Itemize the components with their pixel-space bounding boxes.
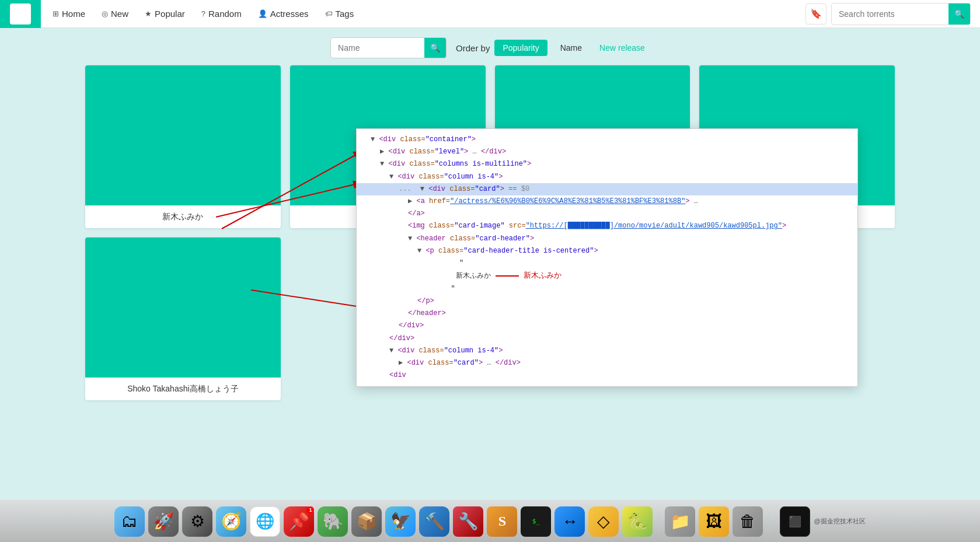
devtools-line-13: " [357,283,857,295]
devtools-line-16: </div> [357,320,857,332]
devtools-line-20: <div [357,369,857,382]
devtools-line-12: 新木ふみか 新木ふみか [357,270,857,283]
dock-weibo-area: ⬛ @掘金挖技术社区 [780,506,865,537]
main-content: 新木ふみか Yua Mikami三上悠亜 益坂美亜 Shoko Takahash… [0,65,980,410]
nav-actresses-label: Actresses [270,9,309,19]
devtools-line-7: </a> [357,208,857,220]
actress-card-1[interactable]: 新木ふみか [85,65,281,228]
dock-pinboard[interactable]: 📌 1 [284,506,314,537]
dock-sublime[interactable]: S [487,506,517,537]
search-input[interactable] [832,6,948,22]
actress-name-1: 新木ふみか [85,205,281,228]
nav-home[interactable]: ⊞ Home [46,5,92,22]
dock-dark1[interactable]: ⬛ [780,506,810,537]
sketch-icon: ◇ [597,512,610,531]
nav-tags-label: Tags [336,9,354,19]
sort-search-button[interactable]: 🔍 [424,38,446,58]
new-icon: ◎ [102,9,108,18]
dark1-icon: ⬛ [789,515,801,528]
devtools-line-1: ▼ <div class="container"> [357,134,857,146]
order-by-label: Order by [456,43,490,53]
dock-preview[interactable]: 🖼 [699,506,729,537]
devtools-line-15: </header> [357,307,857,320]
nav-popular[interactable]: ★ Popular [138,5,192,22]
dock-terminal[interactable]: $_ [521,506,551,537]
dock-pycharm[interactable]: 🐍 [622,506,653,537]
nav-actresses[interactable]: 👤 Actresses [251,5,316,22]
teamviewer-icon: ↔ [562,512,578,531]
devtools-annotation-name: 新木ふみか [524,270,562,282]
dock-evernote[interactable]: 🐘 [318,506,348,537]
devtools-line-9: ▼ <header class="card-header"> [357,233,857,245]
sysprefs-icon: ⚙ [190,512,205,531]
navbar: ⊞ Home ◎ New ★ Popular ? Random 👤 Actres… [0,0,980,28]
safari-icon: 🧭 [221,512,242,531]
search-icon: 🔍 [954,9,964,19]
dock-app1[interactable]: 📦 [351,506,382,537]
dock-finder[interactable]: 🗂 [114,506,145,537]
launchpad-icon: 🚀 [154,512,174,531]
triangle-icon: ▼ [371,135,375,144]
devtools-line-5-highlighted: ... ▼ <div class="card"> == $0 [357,183,857,195]
sort-search-box: 🔍 [330,37,447,58]
dock-sketch[interactable]: ◇ [588,506,619,537]
brand-icon [10,4,31,25]
terminal-icon: $_ [532,517,540,525]
tools-icon: 🔧 [458,512,479,531]
dock-weibo-label: @掘金挖技术社区 [814,517,865,526]
bookmark-button[interactable]: 🔖 [805,4,826,25]
actress-image-5 [85,237,281,377]
popular-icon: ★ [145,9,152,18]
sublime-icon: S [498,513,506,529]
dock-teamviewer[interactable]: ↔ [554,506,585,537]
devtools-line-4: ▼ <div class="column is-4"> [357,171,857,183]
dock-tools[interactable]: 🔧 [453,506,483,537]
devtools-line-11: " [357,257,857,270]
bookmark-icon: 🔖 [810,8,822,19]
dock-safari[interactable]: 🧭 [216,506,246,537]
devtools-line-18: ▼ <div class="column is-4"> [357,345,857,357]
sort-name-button[interactable]: Name [552,40,590,56]
nav-new[interactable]: ◎ New [95,5,135,22]
app2-icon: 🦅 [390,512,411,531]
home-icon: ⊞ [53,9,59,18]
nav-random-label: Random [208,9,242,19]
preview-icon: 🖼 [706,512,722,531]
sort-popularity-button[interactable]: Popularity [494,40,547,56]
dock-separator-2 [769,510,769,533]
sort-newrelease-button[interactable]: New release [595,40,650,56]
nav-random[interactable]: ? Random [194,5,249,22]
dock-launchpad[interactable]: 🚀 [148,506,179,537]
devtools-line-17: </div> [357,333,857,345]
random-icon: ? [201,9,205,18]
finder-icon: 🗂 [121,512,138,531]
dock-chrome[interactable]: 🌐 [250,506,280,537]
nav-popular-label: Popular [155,9,185,19]
sort-name-input[interactable] [331,40,424,56]
nav-items: ⊞ Home ◎ New ★ Popular ? Random 👤 Actres… [46,5,805,22]
pycharm-icon: 🐍 [627,512,648,531]
search-button[interactable]: 🔍 [948,4,970,25]
brand-logo[interactable] [0,0,41,28]
dock-separator [658,510,659,533]
devtools-line-3: ▼ <div class="columns is-multiline"> [357,158,857,170]
nav-new-label: New [111,9,128,19]
sort-bar: 🔍 Order by Popularity Name New release [0,28,980,65]
pinboard-icon: 📌 [289,512,309,531]
evernote-icon: 🐘 [323,512,343,531]
actress-image-1 [85,65,281,205]
nav-home-label: Home [62,9,85,19]
devtools-actress-name: 新木ふみか [456,271,491,282]
actress-card-5[interactable]: Shoko Takahashi高橋しょう子 [85,237,281,400]
dock: 🗂 🚀 ⚙ 🧭 🌐 📌 1 🐘 📦 🦅 🔨 🔧 S $_ ↔ ◇ 🐍 [0,500,980,542]
dock-trash[interactable]: 🗑 [733,506,763,537]
devtools-line-10: ▼ <p class="card-header-title is-centere… [357,245,857,257]
dock-app2[interactable]: 🦅 [385,506,416,537]
dock-xcode[interactable]: 🔨 [419,506,449,537]
dock-files[interactable]: 📁 [665,506,695,537]
devtools-line-6: ▶ <a href="/actress/%E6%96%B0%E6%9C%A8%E… [357,195,857,208]
nav-tags[interactable]: 🏷 Tags [318,5,361,22]
dock-sysprefs[interactable]: ⚙ [182,506,212,537]
files-icon: 📁 [670,512,690,531]
pinboard-badge: 1 [306,506,314,513]
